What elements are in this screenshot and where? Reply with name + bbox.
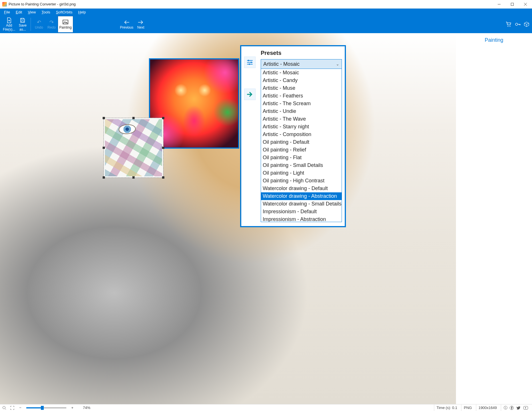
resize-handle[interactable] xyxy=(103,147,105,149)
undo-icon: ↶ xyxy=(37,19,41,25)
resize-handle[interactable] xyxy=(103,117,105,119)
svg-point-5 xyxy=(510,26,511,27)
painting-label: Painting xyxy=(59,25,71,29)
painting-button[interactable]: Painting xyxy=(58,16,73,33)
preset-option[interactable]: Artistic - Undie xyxy=(261,107,342,115)
svg-rect-0 xyxy=(511,3,514,5)
resize-handle[interactable] xyxy=(162,176,164,179)
undo-button[interactable]: ↶ Undo xyxy=(33,16,45,33)
add-files-label: Add File(s)... xyxy=(3,23,15,31)
preset-option[interactable]: Artistic - Composition xyxy=(261,131,342,138)
preset-option[interactable]: Watercolor drawing - Default xyxy=(261,185,342,192)
close-button[interactable] xyxy=(519,0,532,9)
preset-option[interactable]: Oil painting - Small Details xyxy=(261,161,342,169)
preset-option[interactable]: Oil painting - High Contrast xyxy=(261,177,342,185)
add-files-button[interactable]: Add File(s)... xyxy=(2,16,16,33)
status-format: PNG xyxy=(461,404,474,411)
preset-option[interactable]: Artistic - The Scream xyxy=(261,100,342,107)
redo-button[interactable]: ↷ Redo xyxy=(45,16,58,33)
preset-option[interactable]: Artistic - Starry night xyxy=(261,123,342,131)
presets-combobox[interactable]: Artistic - Mosaic ⌄ xyxy=(261,59,342,69)
chevron-down-icon: ⌄ xyxy=(336,62,339,66)
toolbar: Add File(s)... Save as... ↶ Undo ↷ Redo … xyxy=(0,15,532,33)
preset-option[interactable]: Oil painting - Light xyxy=(261,169,342,177)
youtube-icon[interactable] xyxy=(523,406,529,410)
menu-help[interactable]: Help xyxy=(75,9,89,15)
add-file-icon xyxy=(7,17,12,23)
menu-help-label: elp xyxy=(81,10,86,14)
selection-region[interactable] xyxy=(103,118,164,178)
svg-rect-7 xyxy=(248,60,249,61)
presets-selected: Artistic - Mosaic xyxy=(263,61,300,67)
zoom-slider[interactable] xyxy=(26,407,66,408)
zoom-out-button[interactable]: − xyxy=(17,405,23,411)
svg-point-4 xyxy=(508,26,509,27)
fit-screen-icon[interactable] xyxy=(9,405,15,411)
menu-tools[interactable]: Tools xyxy=(39,9,53,15)
preset-option[interactable]: Oil painting - Relief xyxy=(261,146,342,154)
sliders-icon[interactable] xyxy=(244,57,256,68)
menu-edit[interactable]: Edit xyxy=(13,9,25,15)
preset-option[interactable]: Oil painting - Default xyxy=(261,138,342,146)
next-label: Next xyxy=(137,25,144,29)
save-as-button[interactable]: Save as... xyxy=(16,16,29,33)
cart-icon[interactable] xyxy=(506,22,511,27)
preset-option[interactable]: Artistic - Muse xyxy=(261,84,342,92)
status-time: Time (s): 0.1 xyxy=(434,404,459,411)
preset-option[interactable]: Artistic - Mosaic xyxy=(261,69,342,77)
svg-point-6 xyxy=(515,23,518,25)
svg-rect-9 xyxy=(249,63,250,65)
zoom-in-button[interactable]: + xyxy=(69,405,75,411)
package-icon[interactable] xyxy=(524,22,529,27)
info-icon[interactable]: ⓘ xyxy=(503,405,508,410)
redo-icon: ↷ xyxy=(49,19,54,25)
next-button[interactable]: Next xyxy=(134,16,147,33)
title-bar: Picture to Painting Converter - girl3d.p… xyxy=(0,0,532,9)
resize-handle[interactable] xyxy=(103,176,105,179)
resize-handle[interactable] xyxy=(162,117,164,119)
previous-button[interactable]: Previous xyxy=(119,16,135,33)
window-title: Picture to Painting Converter - girl3d.p… xyxy=(9,2,76,6)
zoom-percent-label: 74% xyxy=(83,406,90,410)
key-icon[interactable] xyxy=(515,22,521,27)
status-bar: − + 74% Time (s): 0.1 PNG 1900x1649 ⓘ xyxy=(0,404,532,411)
painting-icon xyxy=(63,19,68,25)
next-icon xyxy=(138,19,143,25)
svg-rect-8 xyxy=(251,62,252,63)
presets-dropdown-list[interactable]: Artistic - MosaicArtistic - CandyArtisti… xyxy=(261,69,342,222)
resize-handle[interactable] xyxy=(132,117,135,119)
preset-option[interactable]: Impressionism - Default xyxy=(261,208,342,216)
menu-file[interactable]: File xyxy=(1,9,13,15)
menu-file-label: ile xyxy=(6,10,10,14)
painting-tab[interactable]: Painting xyxy=(456,33,532,47)
maximize-button[interactable] xyxy=(506,0,519,9)
menu-softorbits[interactable]: SoftOrbits xyxy=(53,9,75,15)
menu-bar: File Edit View Tools SoftOrbits Help xyxy=(0,9,532,15)
menu-edit-label: dit xyxy=(18,10,22,14)
presets-panel: Presets Artistic - Mosaic ⌄ Artistic - M… xyxy=(240,45,346,227)
zoom-tool-icon[interactable] xyxy=(1,405,7,411)
preset-option[interactable]: Watercolor drawing - Abstraction xyxy=(261,192,342,200)
minimize-button[interactable] xyxy=(493,0,506,9)
apply-arrow-icon[interactable] xyxy=(244,89,256,100)
preset-option[interactable]: Oil painting - Flat xyxy=(261,154,342,161)
resize-handle[interactable] xyxy=(132,176,135,179)
undo-label: Undo xyxy=(35,25,43,29)
menu-view-label: iew xyxy=(30,10,36,14)
menu-view[interactable]: View xyxy=(25,9,39,15)
menu-tools-label: ools xyxy=(43,10,50,14)
canvas-area[interactable]: Presets Artistic - Mosaic ⌄ Artistic - M… xyxy=(0,33,456,404)
preset-option[interactable]: Watercolor drawing - Small Details xyxy=(261,200,342,208)
facebook-icon[interactable] xyxy=(510,406,515,410)
preset-option[interactable]: Artistic - The Wave xyxy=(261,115,342,123)
status-dimensions: 1900x1649 xyxy=(476,404,499,411)
side-panel: Painting xyxy=(456,33,532,404)
twitter-icon[interactable] xyxy=(517,406,522,410)
preset-option[interactable]: Artistic - Candy xyxy=(261,77,342,84)
preset-option[interactable]: Impressionism - Abstraction xyxy=(261,216,342,222)
resize-handle[interactable] xyxy=(162,147,164,149)
preset-option[interactable]: Artistic - Feathers xyxy=(261,92,342,100)
previous-icon xyxy=(124,19,129,25)
menu-softorbits-label: oftOrbits xyxy=(58,10,72,14)
redo-label: Redo xyxy=(47,25,56,29)
